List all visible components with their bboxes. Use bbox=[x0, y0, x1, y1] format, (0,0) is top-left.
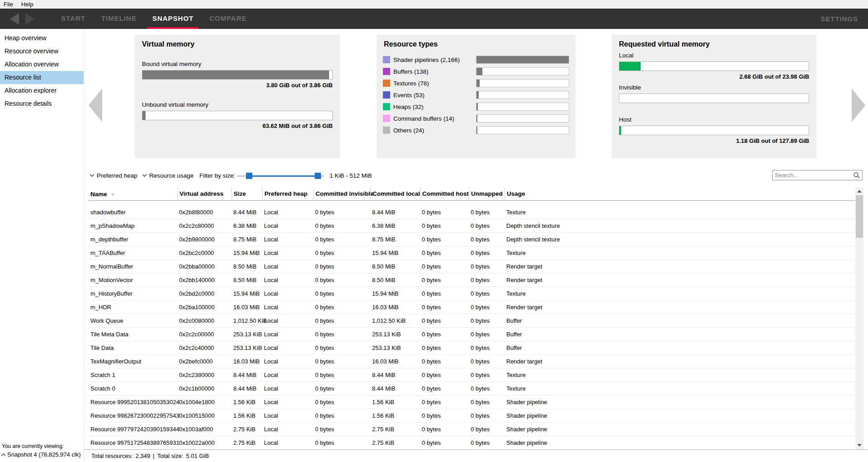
cell-name: Resource 9977972420390159344 bbox=[89, 423, 177, 436]
tab-snapshot[interactable]: SNAPSHOT bbox=[147, 9, 198, 29]
table-row[interactable]: Scratch 00x2c1b000008.44 MiBLocal0 bytes… bbox=[89, 382, 855, 396]
cell-committed-host: 0 bytes bbox=[420, 328, 469, 341]
table-row[interactable]: m_HDR0x2ba10000016.03 MiBLocal0 bytes16.… bbox=[89, 301, 855, 314]
menu-help[interactable]: Help bbox=[18, 1, 38, 8]
cell-committed-host: 0 bytes bbox=[420, 314, 469, 328]
table-row[interactable]: m_NormalBuffer0x2bba000008.50 MiBLocal0 … bbox=[89, 260, 855, 273]
table-row[interactable]: Resource 99826723000229575430x1005150001… bbox=[89, 409, 855, 423]
cell-committed-invisible: 0 bytes bbox=[313, 260, 370, 273]
scrollbar-down-button[interactable] bbox=[855, 441, 863, 449]
table-header: Name⌄Virtual addressSizePreferred heapCo… bbox=[89, 187, 855, 201]
tab-timeline[interactable]: TIMELINE bbox=[96, 9, 142, 29]
currently-viewing-label: You are currently viewing: bbox=[2, 443, 83, 449]
column-header-preferred-heap[interactable]: Preferred heap bbox=[262, 187, 313, 200]
slider-max-handle[interactable] bbox=[315, 173, 321, 179]
table-row[interactable]: Resource 99779724203901593440x1003af0002… bbox=[89, 423, 855, 436]
memory-bar bbox=[142, 70, 333, 80]
table-row[interactable]: m_TAABuffer0x2bc2c000015.94 MiBLocal0 by… bbox=[89, 246, 855, 260]
cell-virtual-address: 0x2c2c40000 bbox=[177, 341, 231, 355]
resource-usage-filter[interactable]: Resource usage bbox=[143, 169, 193, 183]
size-filter-slider[interactable] bbox=[237, 173, 324, 179]
vertical-scrollbar[interactable] bbox=[855, 187, 863, 449]
memory-bar bbox=[142, 111, 333, 120]
slider-min-handle[interactable] bbox=[246, 173, 252, 179]
cell-unmapped: 0 bytes bbox=[469, 382, 505, 396]
legend-row-command-buffers-14: Command buffers (14) bbox=[383, 113, 569, 124]
table-row[interactable]: Tile Meta Data0x2c2c00000253.13 KiBLocal… bbox=[89, 328, 855, 341]
forward-arrow-icon[interactable] bbox=[25, 13, 34, 25]
sidebar-item-resource-details[interactable]: Resource details bbox=[0, 97, 84, 110]
table-row[interactable]: Work Queue0x2c00800001,012.50 KiBLocal0 … bbox=[89, 314, 855, 328]
tab-compare[interactable]: COMPARE bbox=[204, 9, 252, 29]
cell-virtual-address: 0x100515000 bbox=[177, 409, 231, 423]
tab-settings[interactable]: SETTINGS bbox=[821, 9, 858, 29]
table-row[interactable]: Resource 99751725483897659310x10022a0002… bbox=[89, 436, 855, 450]
cell-committed-local: 8.50 MiB bbox=[370, 273, 420, 287]
column-header-committed-host[interactable]: Committed host bbox=[420, 187, 469, 200]
preferred-heap-filter[interactable]: Preferred heap bbox=[90, 169, 137, 183]
search-input[interactable] bbox=[775, 171, 852, 179]
cell-name: Tile Meta Data bbox=[89, 328, 177, 341]
cell-preferred-heap: Local bbox=[262, 409, 313, 423]
column-header-name[interactable]: Name⌄ bbox=[89, 187, 177, 200]
table-row[interactable]: Resource 99952013810503530240x1004e18001… bbox=[89, 396, 855, 409]
table-row[interactable]: m_pShadowMap0x2c2c800006.38 MiBLocal0 by… bbox=[89, 219, 855, 233]
column-header-size[interactable]: Size bbox=[231, 187, 262, 200]
table-row[interactable]: Scratch 10x2c23800008.44 MiBLocal0 bytes… bbox=[89, 368, 855, 382]
cell-name: m_HDR bbox=[89, 301, 177, 314]
cell-preferred-heap: Local bbox=[262, 314, 313, 328]
column-header-unmapped[interactable]: Unmapped bbox=[469, 187, 505, 200]
column-header-committed-local[interactable]: Committed local bbox=[370, 187, 420, 200]
sidebar-item-resource-list[interactable]: Resource list bbox=[0, 71, 84, 84]
memory-section-invisible: Invisible bbox=[619, 84, 809, 113]
column-header-virtual-address[interactable]: Virtual address bbox=[177, 187, 231, 200]
current-snapshot[interactable]: Snapshot 4 (78,825,974 clk) bbox=[2, 451, 83, 458]
legend-bar-fill bbox=[476, 56, 569, 63]
filter-by-size-label: Filter by size: bbox=[199, 169, 236, 183]
scrollbar-thumb[interactable] bbox=[856, 195, 863, 238]
cell-committed-invisible: 0 bytes bbox=[313, 396, 370, 409]
cell-committed-local: 8.44 MiB bbox=[370, 368, 420, 382]
cell-virtual-address: 0x2bd2c0000 bbox=[177, 287, 231, 301]
legend-label: Command buffers (14) bbox=[393, 115, 454, 122]
cell-usage: Depth stencil texture bbox=[505, 233, 855, 246]
scrollbar-up-button[interactable] bbox=[855, 187, 863, 195]
cell-virtual-address: 0x2c2c80000 bbox=[177, 219, 231, 233]
back-arrow-icon[interactable] bbox=[10, 13, 19, 25]
cell-unmapped: 0 bytes bbox=[469, 301, 505, 314]
cell-committed-invisible: 0 bytes bbox=[313, 287, 370, 301]
memory-bar bbox=[619, 94, 809, 103]
sidebar-item-allocation-overview[interactable]: Allocation overview bbox=[0, 58, 84, 71]
table-row[interactable]: TexMagnifierOutput0x2befc000016.03 MiBLo… bbox=[89, 355, 855, 368]
sort-indicator-icon: ⌄ bbox=[111, 191, 115, 196]
cell-committed-invisible: 0 bytes bbox=[313, 382, 370, 396]
search-icon[interactable] bbox=[853, 172, 860, 179]
sidebar-item-heap-overview[interactable]: Heap overview bbox=[0, 32, 84, 45]
sidebar-item-allocation-explorer[interactable]: Allocation explorer bbox=[0, 84, 84, 97]
slider-selected-range bbox=[249, 175, 318, 177]
table-row[interactable]: m_MotionVector0x2bb1400008.50 MiBLocal0 … bbox=[89, 273, 855, 287]
cell-name: m_NormalBuffer bbox=[89, 260, 177, 273]
tab-start[interactable]: START bbox=[56, 9, 90, 29]
sidebar-bottom: You are currently viewing: Snapshot 4 (7… bbox=[2, 443, 83, 458]
next-pane-arrow[interactable] bbox=[852, 89, 865, 122]
table-row[interactable]: m_depthbuffer0x2b98000008.75 MiBLocal0 b… bbox=[89, 233, 855, 246]
nav-history-arrows bbox=[10, 13, 34, 25]
menu-file[interactable]: File bbox=[0, 1, 18, 8]
table-row[interactable]: shadowbuffer0x2b8f800008.44 MiBLocal0 by… bbox=[89, 206, 855, 219]
cell-usage: Buffer bbox=[505, 314, 855, 328]
previous-pane-arrow[interactable] bbox=[89, 89, 102, 122]
memory-bar-fill bbox=[619, 126, 621, 135]
cell-committed-invisible: 0 bytes bbox=[313, 314, 370, 328]
table-row[interactable]: Tile Data0x2c2c40000253.13 KiBLocal0 byt… bbox=[89, 341, 855, 355]
column-header-committed-invisible[interactable]: Committed invisible bbox=[313, 187, 370, 200]
triangle-down-icon bbox=[857, 444, 862, 447]
sidebar-item-resource-overview[interactable]: Resource overview bbox=[0, 45, 84, 58]
cell-committed-local: 16.03 MiB bbox=[370, 355, 420, 368]
cell-committed-host: 0 bytes bbox=[420, 382, 469, 396]
table-row[interactable]: m_HistoryBuffer0x2bd2c000015.94 MiBLocal… bbox=[89, 287, 855, 301]
cell-name: m_TAABuffer bbox=[89, 246, 177, 260]
cell-size: 1.56 KiB bbox=[231, 409, 262, 423]
legend-swatch-icon bbox=[383, 91, 390, 99]
column-header-usage[interactable]: Usage bbox=[505, 187, 855, 200]
